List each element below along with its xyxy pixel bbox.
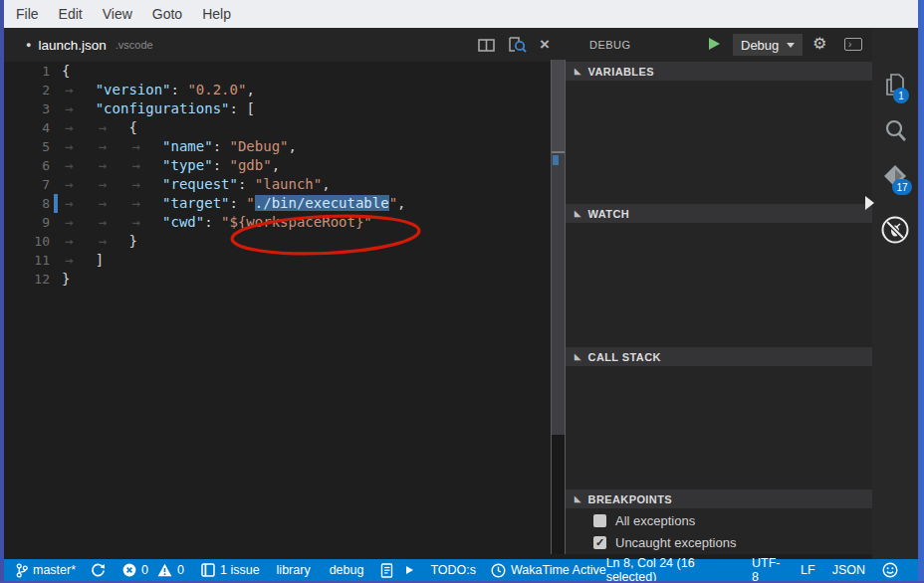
code-token: "cwd" — [162, 214, 204, 230]
encoding-status[interactable]: UTF-8 — [752, 556, 784, 583]
debug-status[interactable]: debug — [330, 563, 364, 577]
code-token: "type" — [162, 157, 213, 173]
tab-whitespace-arrow: → — [62, 175, 96, 194]
menu-item-goto[interactable]: Goto — [142, 6, 192, 22]
section-label: CALL STACK — [588, 351, 661, 363]
code-line[interactable]: 12} — [4, 270, 566, 289]
code-token: "gdb" — [230, 157, 272, 173]
tab-folder-label: .vscode — [116, 39, 153, 51]
chevron-down-icon — [787, 43, 795, 48]
tab-whitespace-arrow: → — [96, 175, 129, 194]
code-line[interactable]: 9→→→"cwd": "${workspaceRoot}" — [4, 213, 566, 232]
sync-icon[interactable] — [91, 563, 106, 578]
active-view-beak — [865, 196, 874, 210]
code-text: →→} — [62, 232, 137, 251]
code-text: →] — [62, 251, 104, 270]
code-token: } — [128, 233, 136, 249]
issues-label: 1 issue — [220, 563, 260, 577]
code-line[interactable]: 1{ — [4, 62, 566, 81]
code-line[interactable]: 8→→→"target": "./bin/executable", — [4, 194, 566, 213]
gear-icon[interactable]: ⚙ — [812, 34, 826, 53]
issues-status[interactable]: 1 issue — [201, 563, 260, 577]
feedback-smiley-icon[interactable] — [882, 562, 898, 578]
line-number: 10 — [4, 232, 62, 251]
tab-whitespace-arrow: → — [96, 156, 129, 175]
code-token: [ — [246, 100, 254, 116]
activity-bar: 1 17 — [872, 28, 918, 559]
checkbox-unchecked[interactable] — [593, 514, 606, 527]
run-todo-icon[interactable] — [406, 566, 413, 574]
section-body — [566, 366, 872, 489]
scrollbar-thumb[interactable] — [552, 60, 565, 151]
open-preview-icon[interactable] — [508, 37, 527, 53]
code-line[interactable]: 7→→→"request": "launch", — [4, 175, 566, 194]
tab-whitespace-arrow: → — [96, 118, 129, 137]
section-header-breakpoints[interactable]: ◣BREAKPOINTS — [566, 489, 872, 508]
tab-title[interactable]: launch.json — [38, 38, 106, 53]
wakatime-status[interactable]: WakaTime Active — [491, 563, 606, 578]
section-header-variables[interactable]: ◣VARIABLES — [566, 62, 872, 81]
code-token: , — [246, 82, 254, 97]
cursor-position-status[interactable]: Ln 8, Col 24 (16 selected) — [606, 556, 735, 583]
branch-name: master* — [33, 563, 76, 577]
tab-whitespace-arrow: → — [128, 175, 162, 194]
debug-disabled-icon[interactable] — [880, 215, 910, 245]
document-icon[interactable] — [380, 563, 393, 578]
code-token: : — [171, 82, 188, 97]
language-mode-status[interactable]: JSON — [832, 563, 865, 577]
code-text: →→{ — [62, 118, 137, 137]
checkbox-checked[interactable]: ✓ — [593, 536, 606, 549]
code-token: { — [128, 119, 136, 135]
library-status[interactable]: library — [277, 563, 311, 577]
tab-whitespace-arrow: → — [96, 194, 129, 213]
code-line[interactable]: 11→] — [4, 251, 566, 270]
section-label: BREAKPOINTS — [588, 493, 672, 505]
start-debug-icon[interactable] — [709, 38, 720, 50]
debug-config-dropdown[interactable]: Debug — [733, 34, 803, 56]
eol-status[interactable]: LF — [801, 563, 815, 577]
error-count[interactable]: 0 — [122, 563, 148, 577]
menu-bar: FileEditViewGotoHelp — [4, 0, 918, 28]
search-icon[interactable] — [882, 117, 908, 145]
code-text: →→→"cwd": "${workspaceRoot}" — [62, 213, 372, 232]
open-console-icon[interactable]: › — [844, 38, 862, 51]
section-header-call-stack[interactable]: ◣CALL STACK — [566, 347, 872, 366]
code-text: →"configurations": [ — [62, 99, 255, 118]
code-line[interactable]: 5→→→"name": "Debug", — [4, 137, 566, 156]
tab-whitespace-arrow: → — [62, 118, 96, 137]
code-line[interactable]: 6→→→"type": "gdb", — [4, 156, 566, 175]
menu-item-edit[interactable]: Edit — [49, 6, 93, 22]
code-token: , — [322, 176, 330, 192]
breakpoint-row[interactable]: ✓Uncaught exceptions — [593, 533, 736, 551]
code-line[interactable]: 10→→} — [4, 232, 566, 251]
line-number: 6 — [4, 156, 62, 175]
close-icon[interactable]: × — [540, 38, 550, 52]
split-editor-icon[interactable] — [478, 39, 495, 52]
warning-count[interactable]: 0 — [157, 563, 184, 577]
code-line[interactable]: 2→"version": "0.2.0", — [4, 81, 566, 99]
git-badge: 17 — [892, 179, 912, 195]
code-editor[interactable]: 1{2→"version": "0.2.0",3→"configurations… — [4, 62, 566, 559]
section-label: VARIABLES — [588, 66, 654, 78]
editor-scrollbar[interactable] — [551, 60, 566, 554]
code-token: : — [213, 157, 230, 173]
menu-item-view[interactable]: View — [93, 6, 142, 22]
menu-item-file[interactable]: File — [6, 6, 49, 22]
twistie-icon: ◣ — [575, 67, 581, 76]
debug-panel-title: DEBUG — [589, 39, 631, 51]
tab-whitespace-arrow: → — [62, 156, 96, 175]
todo-status[interactable]: TODO:s — [430, 563, 476, 577]
section-header-watch[interactable]: ◣WATCH — [566, 204, 872, 223]
line-number: 7 — [4, 175, 62, 194]
code-token: "configurations" — [96, 100, 230, 116]
tab-whitespace-arrow: → — [62, 81, 96, 99]
dirty-indicator: ● — [26, 40, 31, 50]
code-text: →"version": "0.2.0", — [62, 81, 255, 99]
tab-whitespace-arrow: → — [128, 213, 162, 232]
git-branch-status[interactable]: master* — [16, 563, 76, 578]
code-line[interactable]: 3→"configurations": [ — [4, 99, 566, 118]
breakpoint-row[interactable]: All exceptions — [593, 511, 695, 529]
warning-count-value: 0 — [177, 563, 184, 577]
menu-item-help[interactable]: Help — [192, 6, 241, 22]
code-line[interactable]: 4→→{ — [4, 118, 566, 137]
